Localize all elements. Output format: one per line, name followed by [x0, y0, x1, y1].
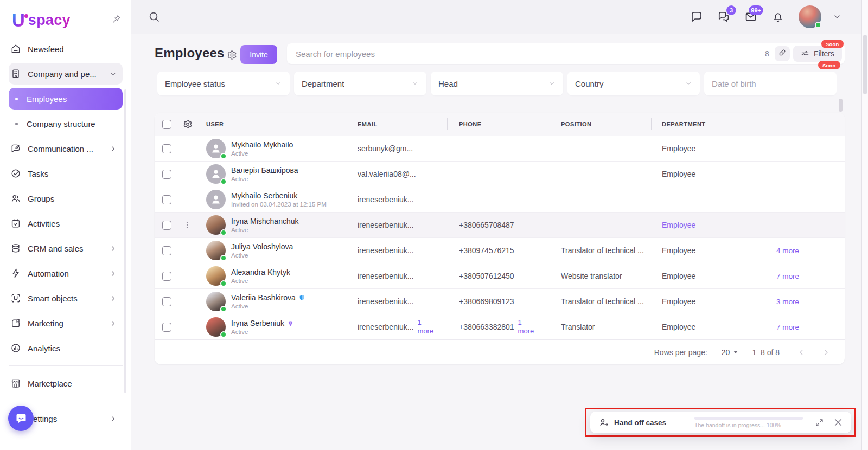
sidebar-item-smart-objects[interactable]: Smart objects: [9, 287, 123, 309]
row-checkbox[interactable]: [162, 144, 171, 153]
chevron-down-icon: [685, 80, 692, 87]
row-checkbox[interactable]: [162, 297, 171, 306]
sidebar-item-employees[interactable]: Employees: [9, 88, 123, 110]
column-header-position[interactable]: POSITION: [547, 113, 651, 136]
avatar: [206, 215, 226, 235]
row-checkbox[interactable]: [162, 272, 171, 281]
sidebar-item-groups[interactable]: Groups: [9, 188, 123, 209]
filter-department[interactable]: Department: [294, 72, 426, 95]
sidebar-scrollbar[interactable]: [124, 89, 126, 393]
previous-page-chevron-icon[interactable]: [797, 348, 806, 357]
filter-employee-status[interactable]: Employee status: [157, 72, 290, 95]
filter-label: Country: [575, 79, 604, 88]
select-all-checkbox[interactable]: [162, 120, 171, 129]
cell-checkbox: [155, 297, 183, 306]
sidebar-item-company-and-people[interactable]: Company and pe...: [9, 63, 123, 85]
page-settings-gear-icon[interactable]: [227, 50, 237, 60]
global-search-icon[interactable]: [148, 10, 161, 23]
department-more-link[interactable]: 4 more: [776, 247, 799, 255]
table-row[interactable]: Iryna SerbeniukActiveireneserbeniuk...1 …: [155, 314, 845, 339]
department-text[interactable]: Employee: [662, 221, 695, 229]
clear-search-button[interactable]: [775, 46, 790, 61]
department-text: Employee: [662, 170, 695, 178]
filter-country[interactable]: Country: [567, 72, 700, 95]
content-scrollbar-thumb[interactable]: [839, 99, 843, 112]
table-row[interactable]: Mykhailo SerbeniukInvited on 03.04.2023 …: [155, 187, 845, 212]
user-name: Iryna Serbeniuk: [231, 319, 284, 327]
chevron-right-icon: [109, 145, 117, 153]
invite-button[interactable]: Invite: [240, 45, 277, 64]
user-text: Juliya VoloshylovaActive: [231, 242, 293, 259]
sidebar-divider: [9, 365, 123, 366]
phone-more-link[interactable]: 1 more: [518, 318, 539, 336]
row-checkbox[interactable]: [162, 221, 171, 230]
sidebar-item-newsfeed[interactable]: Newsfeed: [9, 38, 123, 60]
department-more-link[interactable]: 7 more: [776, 323, 799, 331]
row-checkbox[interactable]: [162, 323, 171, 332]
user-name-row: Valeriia Bashkirova: [231, 293, 305, 302]
cell-phone: +3806633828011 more: [447, 318, 547, 336]
table-row[interactable]: Alexandra KhytykActiveireneserbeniuk...+…: [155, 263, 845, 288]
cell-checkbox: [155, 195, 183, 204]
column-header-department[interactable]: DEPARTMENT: [651, 113, 741, 136]
comment-icon[interactable]: [690, 10, 703, 23]
department-more-link[interactable]: 7 more: [776, 272, 799, 280]
sidebar-item-activities[interactable]: Activities: [9, 213, 123, 234]
topbar-actions: 3 99+: [690, 0, 842, 34]
chats-icon[interactable]: 3: [717, 10, 730, 23]
sidebar-item-label: Activities: [28, 219, 60, 228]
person-icon: [209, 192, 222, 207]
sidebar-item-marketing[interactable]: Marketing: [9, 312, 123, 334]
column-header-phone[interactable]: PHONE: [447, 113, 547, 136]
user-name: Iryna Mishchanchuk: [231, 217, 299, 226]
avatar: [206, 317, 226, 337]
page-scrollbar-thumb[interactable]: [863, 35, 867, 94]
profile-chevron-down-icon[interactable]: [832, 12, 842, 22]
user-text: Iryna MishchanchukActive: [231, 217, 299, 233]
bell-icon[interactable]: [771, 10, 784, 23]
employee-search-input[interactable]: [296, 49, 765, 59]
table-row[interactable]: Валерія БашкіроваActiveval.valeriia08@..…: [155, 161, 845, 187]
filter-head[interactable]: Head: [431, 72, 563, 95]
position-text: Translator of technical ...: [561, 297, 644, 306]
row-checkbox[interactable]: [162, 246, 171, 255]
row-checkbox[interactable]: [162, 170, 171, 179]
sidebar-item-communication[interactable]: Communication ...: [9, 138, 123, 159]
mail-icon[interactable]: 99+: [744, 10, 757, 23]
table-row[interactable]: Mykhailo MykhailoActiveserbunyk@gm...Emp…: [155, 136, 845, 161]
close-icon[interactable]: [833, 417, 844, 428]
table-row[interactable]: Juliya VoloshylovaActiveireneserbeniuk..…: [155, 237, 845, 263]
sidebar-item-crm-and-sales[interactable]: CRM and sales: [9, 237, 123, 259]
pin-icon[interactable]: [112, 14, 122, 26]
sidebar-item-label: Newsfeed: [28, 44, 64, 54]
chevron-right-icon: [109, 294, 117, 303]
rows-per-page-value: 20: [722, 348, 730, 357]
user-avatar[interactable]: [799, 5, 821, 28]
online-status-dot: [815, 22, 821, 28]
email-more-link[interactable]: 1 more: [418, 318, 438, 336]
department-more-link[interactable]: 3 more: [776, 298, 799, 306]
filter-date-of-birth[interactable]: Date of birth: [704, 72, 837, 95]
column-header-email[interactable]: EMAIL: [346, 113, 447, 136]
progress-bar-track: [694, 417, 803, 420]
next-page-chevron-icon[interactable]: [822, 348, 831, 357]
sidebar-item-automation[interactable]: Automation: [9, 262, 123, 284]
sidebar-item-tasks[interactable]: Tasks: [9, 163, 123, 184]
table-row[interactable]: Valeriia BashkirovaActiveireneserbeniuk.…: [155, 288, 845, 314]
email-text: ireneserbeniuk...: [358, 246, 414, 255]
cell-more: 7 more: [741, 272, 845, 280]
sidebar-item-company-structure[interactable]: Company structure: [9, 113, 123, 134]
page-scrollbar[interactable]: [861, 0, 868, 450]
column-header-user[interactable]: USER: [196, 113, 346, 136]
rows-per-page-select[interactable]: 20: [722, 348, 738, 357]
sidebar-item-marketplace[interactable]: Marketplace: [9, 372, 123, 394]
filter-label: Date of birth: [712, 79, 756, 88]
lightning-icon: [10, 268, 21, 279]
sidebar-item-analytics[interactable]: Analytics: [9, 337, 123, 359]
table-row[interactable]: Iryna MishchanchukActiveireneserbeniuk..…: [155, 212, 845, 237]
table-settings-gear-icon[interactable]: [183, 119, 193, 129]
kebab-menu-icon[interactable]: [183, 221, 192, 229]
row-checkbox[interactable]: [162, 195, 171, 204]
expand-icon[interactable]: [815, 418, 824, 427]
chat-launcher-button[interactable]: [8, 406, 34, 431]
